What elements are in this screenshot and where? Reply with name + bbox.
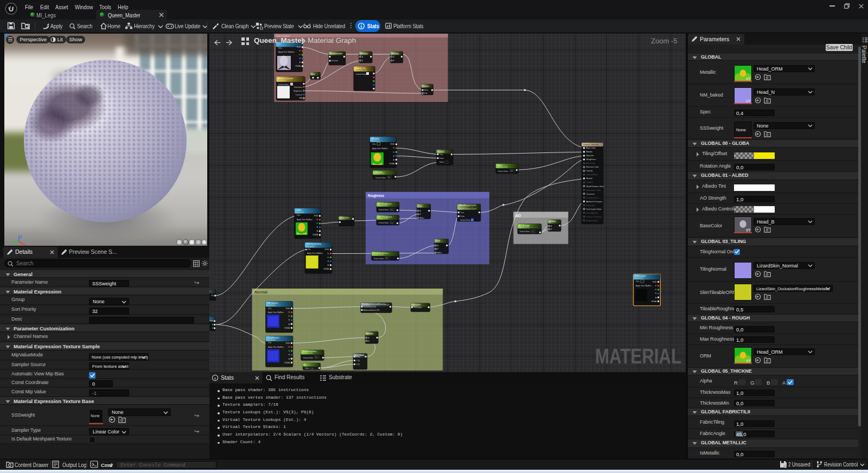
svg-text:G: G bbox=[288, 350, 290, 352]
svg-text:RGB: RGB bbox=[286, 308, 290, 310]
svg-text:Fraction: Fraction bbox=[331, 60, 338, 62]
svg-text:Default Value: Default Value bbox=[461, 219, 471, 221]
svg-text:Opacity Mask: Opacity Mask bbox=[586, 174, 598, 176]
svg-text:Out: Out bbox=[211, 295, 214, 297]
svg-text:Lerp: Lerp bbox=[436, 240, 440, 242]
svg-text:Param2D: Param2D bbox=[267, 304, 276, 306]
svg-text:Base: Base bbox=[424, 89, 428, 91]
svg-text:1,0: 1,0 bbox=[391, 222, 393, 224]
svg-text:UVs: UVs bbox=[307, 248, 311, 251]
svg-text:BaseNormal (V3): BaseNormal (V3) bbox=[363, 306, 376, 308]
svg-text:Z: Z bbox=[20, 234, 23, 239]
svg-text:Alpha: Alpha bbox=[420, 217, 424, 219]
svg-text:Roughness: Roughness bbox=[586, 158, 596, 161]
svg-text:Param (1,0): Param (1,0) bbox=[302, 352, 312, 354]
svg-text:UVs: UVs bbox=[636, 280, 640, 283]
svg-text:Lerp: Lerp bbox=[418, 205, 423, 207]
svg-text:Saturation: Saturation bbox=[294, 86, 302, 88]
svg-text:Apply View MipBias: Apply View MipBias bbox=[297, 219, 312, 221]
svg-text:1-x: 1-x bbox=[312, 73, 315, 75]
svg-text:RGBA: RGBA bbox=[295, 65, 301, 67]
svg-text:RGBA: RGBA bbox=[284, 327, 290, 329]
svg-text:Contrast: Contrast bbox=[296, 94, 303, 96]
svg-text:G: G bbox=[316, 222, 318, 225]
svg-text:Default Value: Default Value bbox=[520, 231, 530, 233]
svg-text:G: G bbox=[327, 257, 329, 259]
svg-text:Y (S): Y (S) bbox=[356, 360, 360, 362]
svg-text:True: True bbox=[461, 212, 464, 214]
svg-text:+BlendNormal On/Off: +BlendNormal On/Off bbox=[459, 204, 476, 207]
svg-text:G: G bbox=[655, 289, 656, 291]
svg-text:Normalize: Normalize bbox=[412, 304, 421, 306]
svg-text:X (S): X (S) bbox=[356, 356, 360, 358]
svg-text:Displacement: Displacement bbox=[586, 220, 598, 222]
svg-text:Desaturation: Desaturation bbox=[330, 52, 342, 55]
svg-text:Normal: Normal bbox=[254, 290, 267, 295]
svg-text:RGBA: RGBA bbox=[284, 362, 290, 364]
svg-text:Exp: Exp bbox=[424, 92, 427, 94]
svg-text:0,4: 0,4 bbox=[510, 170, 513, 172]
svg-text:Default Value: Default Value bbox=[379, 209, 389, 211]
svg-text:Specular: Specular bbox=[586, 155, 595, 157]
svg-text:1,0: 1,0 bbox=[315, 356, 318, 359]
svg-text:Param (0,0): Param (0,0) bbox=[378, 204, 388, 207]
svg-text:AdditionalNormal (V3): AdditionalNormal (V3) bbox=[363, 309, 379, 311]
svg-text:Result: Result bbox=[384, 304, 389, 306]
svg-text:Default Value: Default Value bbox=[278, 84, 289, 86]
svg-text:Param (0,4): Param (0,4) bbox=[497, 166, 507, 168]
svg-text:False: False bbox=[439, 157, 444, 159]
svg-text:Power: Power bbox=[423, 85, 429, 87]
svg-text:1,0: 1,0 bbox=[311, 367, 314, 369]
svg-text:Multiply: Multiply bbox=[549, 220, 556, 222]
svg-text:Apply View MipBias: Apply View MipBias bbox=[372, 148, 388, 150]
svg-text:Param2D: Param2D bbox=[278, 80, 286, 82]
svg-text:Value: Value bbox=[305, 367, 309, 369]
svg-text:Apply View MipBias: Apply View MipBias bbox=[307, 252, 323, 254]
svg-text:RGBA: RGBA bbox=[389, 163, 394, 165]
svg-text:BlendAngleCorrectedNormals: BlendAngleCorrectedNormals bbox=[362, 303, 385, 305]
svg-text:Param2D: Param2D bbox=[267, 339, 276, 341]
svg-text:Switch: Switch bbox=[438, 150, 444, 153]
svg-text:Param (0,5): Param (0,5) bbox=[373, 254, 383, 256]
svg-text:RGBA: RGBA bbox=[651, 301, 656, 303]
svg-text:Tangent: Tangent bbox=[586, 181, 593, 183]
svg-text:B: B bbox=[368, 340, 369, 342]
svg-text:Apply View MipBias: Apply View MipBias bbox=[268, 311, 284, 314]
svg-text:Normal: Normal bbox=[586, 177, 593, 180]
svg-text:G: G bbox=[299, 54, 301, 56]
svg-text:RGB: RGB bbox=[297, 46, 301, 48]
svg-text:Param2D: Param2D bbox=[306, 246, 315, 248]
svg-text:RGBA: RGBA bbox=[323, 268, 329, 270]
svg-text:Metallic: Metallic bbox=[586, 151, 593, 153]
svg-text:MATERIAL: MATERIAL bbox=[595, 347, 681, 367]
svg-text:B: B bbox=[362, 60, 363, 62]
svg-text:Apply View MipBias: Apply View MipBias bbox=[278, 51, 295, 53]
svg-text:Opacity: Opacity bbox=[586, 170, 593, 172]
svg-text:Subsurface Color: Subsurface Color bbox=[586, 189, 602, 191]
svg-text:World Position Offset: World Position Offset bbox=[586, 186, 604, 188]
svg-text:Surface Thickness: Surface Thickness bbox=[586, 216, 602, 218]
svg-text:False: False bbox=[461, 215, 465, 218]
svg-text:Param (1,0): Param (1,0) bbox=[378, 218, 388, 220]
svg-text:UVs: UVs bbox=[372, 143, 376, 145]
svg-text:Pixel Depth Offset: Pixel Depth Offset bbox=[586, 208, 602, 210]
svg-text:Alpha: Alpha bbox=[437, 252, 442, 254]
svg-text:RGB: RGB bbox=[391, 143, 395, 145]
svg-text:Roughness: Roughness bbox=[368, 193, 384, 198]
svg-text:Param2D: Param2D bbox=[372, 140, 380, 142]
svg-text:Default Value: Default Value bbox=[374, 258, 384, 260]
svg-text:0,0: 0,0 bbox=[391, 209, 393, 211]
svg-text:Param2D: Param2D bbox=[635, 277, 643, 279]
svg-text:Curvature: Curvature bbox=[586, 193, 595, 195]
svg-text:VectorInput: VectorInput bbox=[414, 306, 422, 309]
svg-text:RGB: RGB bbox=[325, 248, 329, 251]
svg-text:RGBA: RGBA bbox=[312, 234, 318, 236]
svg-text:RGB: RGB bbox=[653, 281, 657, 283]
svg-text:True: True bbox=[439, 154, 443, 156]
svg-text:B: B bbox=[437, 248, 438, 250]
svg-text:UVs: UVs bbox=[278, 47, 282, 49]
svg-text:Default Value: Default Value bbox=[498, 170, 508, 172]
svg-text:RGB: RGB bbox=[286, 342, 290, 344]
svg-text:G: G bbox=[288, 315, 290, 317]
svg-text:Default Value: Default Value bbox=[375, 177, 386, 179]
